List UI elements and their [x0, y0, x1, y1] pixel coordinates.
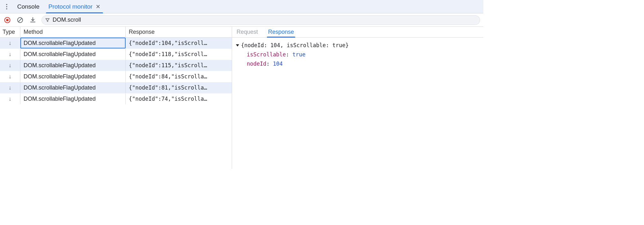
cell-method: DOM.scrollableFlagUpdated — [20, 60, 126, 71]
arrow-down-icon: ↓ — [0, 38, 20, 48]
svg-point-0 — [6, 4, 7, 5]
json-key: isScrollable — [247, 51, 286, 58]
cell-method: DOM.scrollableFlagUpdated — [20, 82, 126, 93]
cell-response: {"nodeId":104,"isScroll… — [126, 38, 232, 48]
detail-tabs: RequestResponse — [232, 27, 483, 38]
filter-box[interactable] — [41, 15, 480, 25]
detail-tab-request[interactable]: Request — [235, 27, 259, 37]
detail-panel: RequestResponse {nodeId: 104, isScrollab… — [232, 27, 483, 169]
kebab-menu-icon[interactable] — [2, 2, 11, 11]
cell-method: DOM.scrollableFlagUpdated — [20, 49, 126, 60]
cell-method: DOM.scrollableFlagUpdated — [20, 93, 126, 104]
table-header: Type Method Response — [0, 27, 232, 38]
message-table: Type Method Response ↓DOM.scrollableFlag… — [0, 27, 232, 169]
download-button[interactable] — [29, 16, 37, 24]
arrow-down-icon: ↓ — [0, 93, 20, 104]
cell-response: {"nodeId":81,"isScrolla… — [126, 82, 232, 93]
toolbar — [0, 13, 483, 27]
json-summary: {nodeId: 104, isScrollable: true} — [241, 42, 349, 48]
json-root-row[interactable]: {nodeId: 104, isScrollable: true} — [236, 41, 479, 50]
table-row[interactable]: ↓DOM.scrollableFlagUpdated{"nodeId":104,… — [0, 38, 232, 49]
col-header-response[interactable]: Response — [126, 27, 232, 37]
arrow-down-icon: ↓ — [0, 60, 20, 71]
cell-method: DOM.scrollableFlagUpdated — [20, 71, 126, 82]
cell-method: DOM.scrollableFlagUpdated — [20, 38, 126, 48]
json-key: nodeId — [247, 61, 266, 67]
cell-response: {"nodeId":115,"isScroll… — [126, 60, 232, 71]
json-entry[interactable]: nodeId: 104 — [247, 59, 479, 69]
table-row[interactable]: ↓DOM.scrollableFlagUpdated{"nodeId":81,"… — [0, 82, 232, 93]
col-header-method[interactable]: Method — [20, 27, 126, 37]
col-header-type[interactable]: Type — [0, 27, 20, 37]
filter-icon — [45, 18, 50, 23]
filter-input[interactable] — [53, 17, 477, 23]
detail-tab-response[interactable]: Response — [267, 27, 295, 37]
cell-response: {"nodeId":74,"isScrolla… — [126, 93, 232, 104]
clear-button[interactable] — [16, 16, 24, 24]
table-row[interactable]: ↓DOM.scrollableFlagUpdated{"nodeId":115,… — [0, 60, 232, 71]
json-entry[interactable]: isScrollable: true — [247, 50, 479, 59]
json-value: true — [292, 51, 305, 58]
arrow-down-icon: ↓ — [0, 71, 20, 82]
top-tabbar: ConsoleProtocol monitor✕ — [0, 0, 483, 13]
tab-protocol-monitor[interactable]: Protocol monitor✕ — [44, 0, 105, 13]
arrow-down-icon: ↓ — [0, 49, 20, 60]
svg-point-2 — [6, 8, 7, 9]
svg-line-6 — [18, 18, 22, 22]
table-row[interactable]: ↓DOM.scrollableFlagUpdated{"nodeId":74,"… — [0, 93, 232, 105]
close-icon[interactable]: ✕ — [96, 3, 100, 10]
cell-response: {"nodeId":84,"isScrolla… — [126, 71, 232, 82]
svg-rect-4 — [6, 19, 9, 21]
table-row[interactable]: ↓DOM.scrollableFlagUpdated{"nodeId":118,… — [0, 49, 232, 60]
arrow-down-icon: ↓ — [0, 82, 20, 93]
table-row[interactable]: ↓DOM.scrollableFlagUpdated{"nodeId":84,"… — [0, 71, 232, 82]
cell-response: {"nodeId":118,"isScroll… — [126, 49, 232, 60]
json-value: 104 — [273, 61, 283, 67]
response-json-tree: {nodeId: 104, isScrollable: true} isScro… — [232, 38, 483, 72]
tab-label: Console — [17, 3, 40, 10]
tab-label: Protocol monitor — [48, 3, 92, 10]
main-split: Type Method Response ↓DOM.scrollableFlag… — [0, 27, 483, 169]
caret-down-icon[interactable] — [236, 44, 239, 47]
table-body: ↓DOM.scrollableFlagUpdated{"nodeId":104,… — [0, 38, 232, 169]
tab-console[interactable]: Console — [13, 0, 44, 13]
svg-point-1 — [6, 6, 7, 7]
record-button[interactable] — [3, 16, 11, 24]
